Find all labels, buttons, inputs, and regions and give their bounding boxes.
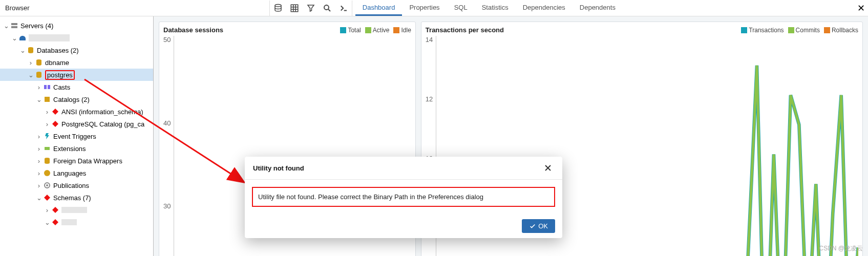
tab-statistics[interactable]: Statistics	[475, 1, 516, 16]
filter-icon[interactable]	[303, 1, 319, 16]
svg-rect-9	[48, 85, 50, 89]
chevron-right-icon: ›	[36, 133, 42, 139]
tree-extensions[interactable]: › Extensions	[0, 142, 153, 155]
svg-point-2	[324, 5, 329, 10]
tree-label: Event Triggers	[53, 133, 96, 140]
tree-event-triggers[interactable]: › Event Triggers	[0, 130, 153, 142]
ok-button[interactable]: OK	[522, 219, 555, 233]
tree-label	[29, 34, 70, 41]
tree-languages[interactable]: › Languages	[0, 167, 153, 179]
legend-label: Rollbacks	[832, 27, 858, 34]
tree-db-dbname[interactable]: › dbname	[0, 56, 153, 69]
elephant-icon	[18, 34, 27, 42]
chevron-right-icon: ›	[36, 158, 42, 164]
browser-label: Browser	[0, 4, 35, 12]
tree-casts[interactable]: › Casts	[0, 81, 153, 93]
tree-label: PostgreSQL Catalog (pg_ca	[61, 120, 144, 128]
language-icon	[43, 169, 51, 177]
legend: Transactions Commits Rollbacks	[741, 27, 858, 34]
close-icon[interactable]	[542, 162, 554, 174]
svg-rect-1	[291, 5, 298, 12]
tree-catalog-ansi[interactable]: › ANSI (information_schema)	[0, 105, 153, 118]
database-icon	[35, 58, 43, 67]
search-icon[interactable]	[319, 1, 335, 16]
chevron-down-icon: ⌄	[3, 23, 9, 29]
fdw-icon	[43, 157, 51, 165]
tab-dependents[interactable]: Dependents	[573, 1, 623, 16]
svg-point-15	[46, 184, 48, 186]
tree-databases[interactable]: ⌄ Databases (2)	[0, 44, 153, 56]
tree-fdw[interactable]: › Foreign Data Wrappers	[0, 155, 153, 167]
server-group-icon	[10, 22, 18, 30]
tree-schema-item[interactable]: ⌄	[0, 216, 153, 228]
diamond-icon	[51, 218, 59, 226]
tree-label: Languages	[53, 169, 86, 177]
check-icon	[529, 223, 536, 230]
tree-db-postgres[interactable]: ⌄ postgres	[0, 69, 153, 81]
object-browser[interactable]: ⌄ Servers (4) ⌄ ⌄ Databases (2) › dbname…	[0, 16, 154, 256]
tab-dependencies[interactable]: Dependencies	[516, 1, 573, 16]
tree-label: Schemas (7)	[53, 194, 91, 202]
svg-rect-4	[11, 26, 17, 28]
cast-icon	[43, 83, 51, 91]
legend-label: Idle	[401, 27, 411, 34]
panel-title: Transactions per second	[426, 26, 504, 34]
database-icon	[27, 46, 35, 54]
svg-point-13	[44, 170, 50, 176]
tree-label	[61, 219, 77, 225]
tab-dashboard[interactable]: Dashboard	[355, 1, 403, 16]
tree-label: dbname	[45, 59, 69, 67]
tree-publications[interactable]: › Publications	[0, 179, 153, 191]
svg-point-0	[275, 4, 281, 7]
legend-swatch	[824, 27, 830, 33]
legend-swatch	[741, 27, 747, 33]
error-dialog: Utility not found Utility file not found…	[245, 157, 562, 238]
legend-label: Total	[348, 27, 361, 34]
tab-bar: Dashboard Properties SQL Statistics Depe…	[355, 1, 623, 16]
chevron-down-icon: ⌄	[28, 72, 34, 78]
tree-server[interactable]: ⌄	[0, 32, 153, 44]
grid-icon[interactable]	[286, 1, 303, 16]
tree-label: Catalogs (2)	[53, 96, 90, 103]
tree-schemas[interactable]: ⌄ Schemas (7)	[0, 191, 153, 204]
chevron-right-icon: ›	[44, 109, 50, 115]
publication-icon	[43, 181, 51, 189]
legend-swatch	[340, 27, 346, 33]
dialog-message: Utility file not found. Please correct t…	[252, 187, 555, 207]
legend-swatch	[788, 27, 794, 33]
tab-properties[interactable]: Properties	[402, 1, 447, 16]
tree-servers[interactable]: ⌄ Servers (4)	[0, 19, 153, 32]
watermark: CSDN @龙凌云	[819, 244, 863, 253]
terminal-icon[interactable]	[335, 1, 352, 16]
chevron-down-icon: ⌄	[19, 47, 26, 53]
chevron-right-icon: ›	[36, 170, 42, 176]
catalog-icon	[43, 95, 51, 103]
chevron-right-icon: ›	[36, 84, 42, 90]
trigger-icon	[43, 132, 51, 140]
tree-label: Servers (4)	[20, 22, 53, 30]
button-label: OK	[538, 222, 548, 230]
tab-sql[interactable]: SQL	[447, 1, 475, 16]
svg-rect-8	[44, 85, 47, 89]
database-icon	[35, 71, 43, 79]
chevron-right-icon: ›	[36, 182, 42, 188]
dialog-title: Utility not found	[253, 164, 304, 172]
chevron-right-icon: ›	[44, 207, 50, 213]
database-icon[interactable]	[270, 1, 286, 16]
panel-title: Database sessions	[163, 26, 223, 34]
close-icon[interactable]: ✕	[857, 3, 865, 14]
chevron-down-icon: ⌄	[44, 219, 50, 225]
tree-schema-item[interactable]: ›	[0, 204, 153, 216]
legend-swatch	[393, 27, 399, 33]
chevron-right-icon: ›	[44, 121, 50, 127]
legend-swatch	[365, 27, 371, 33]
chevron-down-icon: ⌄	[36, 96, 42, 102]
chevron-right-icon: ›	[36, 145, 42, 152]
tree-label: Casts	[53, 83, 70, 91]
tree-label: Databases (2)	[37, 47, 79, 54]
diamond-icon	[51, 206, 59, 214]
tree-label: Foreign Data Wrappers	[53, 157, 122, 165]
tree-catalog-pg[interactable]: › PostgreSQL Catalog (pg_ca	[0, 118, 153, 130]
tree-catalogs[interactable]: ⌄ Catalogs (2)	[0, 93, 153, 105]
diamond-icon	[51, 120, 59, 128]
